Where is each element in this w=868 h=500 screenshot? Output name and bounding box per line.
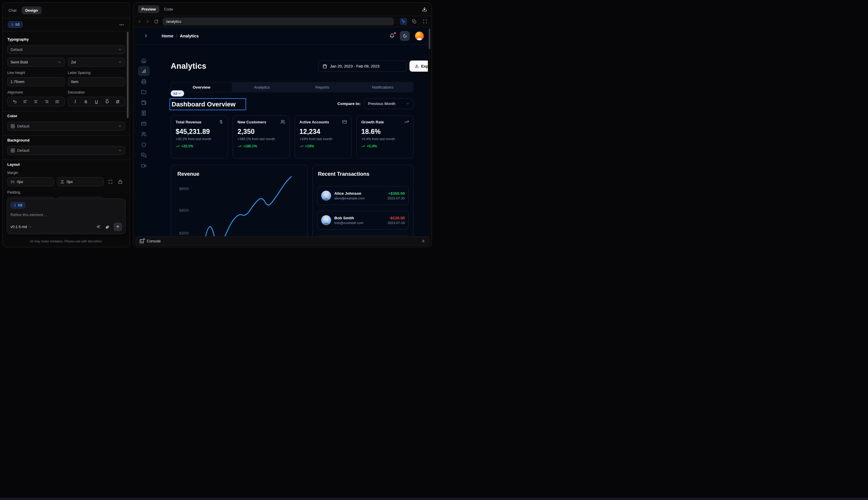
background-select[interactable]: Default <box>7 146 125 155</box>
align-left-icon[interactable] <box>22 98 29 105</box>
users-icon <box>280 120 285 124</box>
no-decoration-icon[interactable]: Ø <box>114 99 121 104</box>
sparkles-icon[interactable] <box>96 225 101 229</box>
lock-margin-icon[interactable] <box>117 178 124 185</box>
expand-margin-icon[interactable] <box>107 178 114 185</box>
tab-preview[interactable]: Preview <box>138 5 159 13</box>
stat-card-new-customers[interactable]: New Customers 2,350 +180.1% from last mo… <box>233 115 290 158</box>
align-center-icon[interactable] <box>32 98 40 105</box>
preview-viewport: Home / Analytics <box>136 27 428 236</box>
tab-design[interactable]: Design <box>22 7 41 14</box>
line-height-input[interactable]: 1.75rem <box>7 77 65 86</box>
transaction-name: Alice Johnson <box>334 191 384 196</box>
url-bar[interactable]: /analytics <box>162 18 394 25</box>
select-element-button[interactable] <box>400 18 407 25</box>
stat-card-total-revenue[interactable]: Total Revenue $45,231.89 +20.1% from las… <box>171 115 228 158</box>
theme-toggle-button[interactable] <box>400 31 410 41</box>
breadcrumb-home[interactable]: Home <box>162 34 173 38</box>
strikethrough-icon[interactable]: S <box>82 99 90 104</box>
notifications-button[interactable] <box>390 33 395 38</box>
tab-code[interactable]: Code <box>164 7 173 11</box>
refresh-button[interactable] <box>152 19 160 24</box>
forward-button[interactable] <box>144 19 151 24</box>
transaction-row[interactable]: Alice Johnson alice@example.com +$350.00… <box>317 186 408 205</box>
model-name: v0-1.5-md <box>11 225 27 229</box>
bell-icon <box>390 33 395 38</box>
download-button[interactable] <box>422 7 427 12</box>
stat-title: Growth Rate <box>361 120 408 124</box>
font-family-select[interactable]: Default <box>7 45 125 54</box>
send-button[interactable] <box>114 223 122 231</box>
stat-card-growth-rate[interactable]: Growth Rate 18.6% +5.4% from last month … <box>356 115 414 158</box>
preview-scrollbar[interactable] <box>429 29 430 49</box>
italic-icon[interactable]: I <box>71 99 79 104</box>
bar-chart-icon[interactable] <box>141 68 147 74</box>
element-tag-label: h3 <box>173 92 177 95</box>
folder-icon[interactable] <box>141 90 147 95</box>
user-avatar[interactable] <box>415 32 424 41</box>
align-justify-icon[interactable] <box>54 98 61 105</box>
left-panel-scrollbar[interactable] <box>127 32 129 118</box>
date-range-button[interactable]: Jan 20, 2023 - Feb 09, 2023 <box>318 60 406 72</box>
align-right-icon[interactable] <box>43 98 50 105</box>
receipt-dollar-icon[interactable] <box>141 111 147 116</box>
overline-icon[interactable]: O <box>103 99 111 104</box>
font-size-select[interactable]: 2xl <box>68 58 125 67</box>
color-select[interactable]: Default <box>7 122 125 131</box>
printer-icon[interactable] <box>141 79 147 84</box>
stat-value: 18.6% <box>361 128 408 136</box>
tab-notifications[interactable]: Notifications <box>352 82 413 92</box>
stat-delta: +19% <box>305 144 314 148</box>
compare-value: Previous Month <box>368 101 395 106</box>
trending-up-icon <box>176 145 180 148</box>
export-data-button[interactable]: Export Data <box>409 60 428 72</box>
tab-reports[interactable]: Reports <box>292 82 353 92</box>
tab-analytics[interactable]: Analytics <box>232 82 292 92</box>
sidebar-expand-button[interactable] <box>144 34 148 38</box>
transaction-date: 2023-07-20 <box>387 196 405 200</box>
trending-up-icon <box>404 120 409 124</box>
video-icon[interactable] <box>141 163 147 168</box>
chevron-right-icon <box>144 34 148 38</box>
letter-spacing-input[interactable]: 0em <box>68 77 125 86</box>
back-button[interactable] <box>136 19 143 24</box>
console-bar[interactable]: Console <box>136 237 429 246</box>
wallet-icon[interactable] <box>141 100 147 105</box>
margin-y-input[interactable]: 0px <box>57 177 104 186</box>
duplicate-button[interactable] <box>410 18 418 25</box>
copy-icon <box>412 19 416 24</box>
home-icon[interactable] <box>141 58 147 63</box>
refresh-icon <box>154 19 159 24</box>
stat-value: $45,231.89 <box>176 128 223 136</box>
more-menu-button[interactable]: ⋯ <box>119 22 125 27</box>
fullscreen-icon <box>423 19 427 24</box>
margin-vertical-icon <box>60 180 64 184</box>
transaction-row[interactable] <box>317 235 408 236</box>
stat-card-active-accounts[interactable]: Active Accounts 12,234 +19% from last mo… <box>294 115 352 158</box>
underline-icon[interactable]: U <box>93 99 100 104</box>
users-icon[interactable] <box>141 132 147 137</box>
selected-element-badge[interactable]: h3 <box>8 21 23 28</box>
chevrons-up-icon[interactable] <box>421 239 426 243</box>
undo-icon[interactable] <box>11 98 19 105</box>
transaction-row[interactable]: Bob Smith bob@example.com -$120.50 2023-… <box>317 211 408 229</box>
margin-horizontal-icon <box>11 180 15 184</box>
element-tag-chip[interactable]: h3 <box>171 90 184 96</box>
left-panel-tabs: Chat Design <box>3 3 130 18</box>
composer-input[interactable]: Refine this element… <box>11 213 122 217</box>
compare-select[interactable]: Previous Month <box>364 98 414 109</box>
paperclip-icon[interactable] <box>105 225 109 229</box>
margin-x-input[interactable]: 0px <box>7 177 54 186</box>
tab-chat[interactable]: Chat <box>9 8 16 13</box>
stat-title: Active Accounts <box>300 120 347 124</box>
credit-card-icon[interactable] <box>141 121 147 126</box>
letter-spacing-label: Letter Spacing <box>68 71 125 75</box>
fullscreen-button[interactable] <box>421 18 429 25</box>
messages-icon[interactable] <box>141 152 147 158</box>
shield-icon[interactable] <box>141 142 147 147</box>
selection-outline[interactable]: Dashboard Overview <box>170 98 246 110</box>
font-weight-select[interactable]: Semi Bold <box>7 58 65 67</box>
font-size-value: 2xl <box>71 60 116 64</box>
model-selector[interactable]: v0-1.5-md <box>11 225 32 229</box>
composer-element-badge[interactable]: h3 <box>11 202 25 208</box>
